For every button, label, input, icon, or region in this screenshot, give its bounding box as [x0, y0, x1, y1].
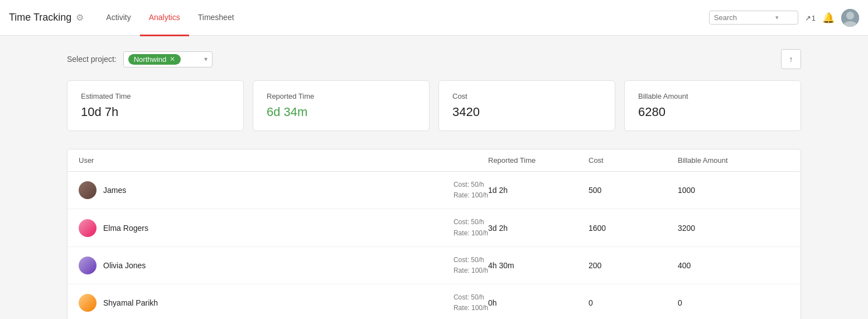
chevron-down-icon: ▾ [775, 14, 779, 21]
reported-time-value: 3d 2h [488, 224, 589, 233]
stat-reported-value: 6d 34m [267, 105, 416, 119]
col-header-cost: Cost [589, 156, 678, 165]
stat-card-estimated: Estimated Time 10d 7h [67, 80, 244, 131]
table-row: Elma Rogers Cost: 50/h Rate: 100/h 3d 2h… [67, 209, 801, 246]
gear-icon[interactable]: ⚙ [76, 12, 84, 23]
stat-estimated-value: 10d 7h [81, 105, 230, 119]
user-name: Olivia Jones [103, 261, 447, 270]
header: Time Tracking ⚙ Activity Analytics Times… [0, 0, 868, 36]
project-dropdown[interactable]: Northwind ✕ ▾ [123, 51, 213, 67]
user-name: Elma Rogers [103, 224, 447, 233]
avatar-image [841, 9, 859, 27]
stat-reported-title: Reported Time [267, 92, 416, 100]
user-avatar [79, 294, 97, 312]
billable-amount-value: 1000 [678, 186, 789, 195]
cost-value: 200 [589, 261, 678, 270]
user-cell: James Cost: 50/h Rate: 100/h [79, 180, 488, 201]
data-table: User Reported Time Cost Billable Amount … [67, 149, 801, 319]
cost-rate: Cost: 50/h [454, 292, 488, 303]
billable-amount-value: 3200 [678, 224, 789, 233]
activity-icon[interactable]: ↗1 [805, 13, 816, 23]
nav-tabs: Activity Analytics Timesheet [97, 0, 243, 35]
activity-label: ↗1 [805, 14, 816, 22]
user-name: James [103, 186, 447, 195]
user-rates: Cost: 50/h Rate: 100/h [454, 255, 488, 276]
stats-row: Estimated Time 10d 7h Reported Time 6d 3… [67, 80, 801, 131]
stat-billable-value: 6280 [638, 105, 787, 119]
export-icon: ↑ [789, 55, 793, 64]
stat-billable-title: Billable Amount [638, 92, 787, 100]
user-rates: Cost: 50/h Rate: 100/h [454, 180, 488, 201]
stat-card-reported: Reported Time 6d 34m [253, 80, 430, 131]
cost-rate: Cost: 50/h [454, 180, 488, 190]
user-rates: Cost: 50/h Rate: 100/h [454, 292, 488, 313]
stat-cost-title: Cost [452, 92, 601, 100]
billing-rate: Rate: 100/h [454, 303, 488, 313]
table-row: James Cost: 50/h Rate: 100/h 1d 2h 500 1… [67, 172, 801, 209]
tag-close-icon[interactable]: ✕ [170, 55, 175, 63]
billable-amount-value: 0 [678, 298, 789, 307]
search-box[interactable]: ▾ [709, 11, 798, 25]
tab-activity[interactable]: Activity [97, 1, 139, 36]
stat-card-cost: Cost 3420 [438, 80, 615, 131]
user-rates: Cost: 50/h Rate: 100/h [454, 217, 488, 238]
reported-time-value: 4h 30m [488, 261, 589, 270]
tab-analytics[interactable]: Analytics [140, 1, 189, 36]
user-cell: Elma Rogers Cost: 50/h Rate: 100/h [79, 217, 488, 238]
project-selector-left: Select project: Northwind ✕ ▾ [67, 51, 213, 67]
cost-value: 1600 [589, 224, 678, 233]
user-avatar [79, 219, 97, 237]
main-content: Select project: Northwind ✕ ▾ ↑ Estimate… [0, 36, 868, 319]
project-selector-row: Select project: Northwind ✕ ▾ ↑ [67, 49, 801, 69]
cost-value: 0 [589, 298, 678, 307]
header-right: ▾ ↗1 🔔 [709, 9, 859, 27]
table-row: Olivia Jones Cost: 50/h Rate: 100/h 4h 3… [67, 247, 801, 284]
project-tag: Northwind ✕ [128, 54, 181, 65]
table-body: James Cost: 50/h Rate: 100/h 1d 2h 500 1… [67, 172, 801, 319]
reported-time-value: 0h [488, 298, 589, 307]
col-header-billable: Billable Amount [678, 156, 789, 165]
table-row: Shyamal Parikh Cost: 50/h Rate: 100/h 0h… [67, 284, 801, 319]
search-input[interactable] [714, 13, 775, 22]
billable-amount-value: 400 [678, 261, 789, 270]
project-label: Select project: [67, 55, 117, 64]
user-avatar [79, 257, 97, 274]
project-tag-name: Northwind [134, 55, 167, 64]
table-header: User Reported Time Cost Billable Amount [67, 149, 801, 172]
billing-rate: Rate: 100/h [454, 228, 488, 239]
stat-cost-value: 3420 [452, 105, 601, 119]
stat-estimated-title: Estimated Time [81, 92, 230, 100]
user-cell: Olivia Jones Cost: 50/h Rate: 100/h [79, 255, 488, 276]
col-header-reported: Reported Time [488, 156, 589, 165]
app-title: Time Tracking [9, 12, 71, 23]
user-name: Shyamal Parikh [103, 298, 447, 307]
user-avatar [79, 181, 97, 199]
user-cell: Shyamal Parikh Cost: 50/h Rate: 100/h [79, 292, 488, 313]
billing-rate: Rate: 100/h [454, 265, 488, 276]
cost-rate: Cost: 50/h [454, 217, 488, 228]
cost-value: 500 [589, 186, 678, 195]
dropdown-chevron-icon: ▾ [204, 55, 208, 63]
billing-rate: Rate: 100/h [454, 190, 488, 201]
stat-card-billable: Billable Amount 6280 [624, 80, 801, 131]
tab-timesheet[interactable]: Timesheet [189, 1, 243, 36]
reported-time-value: 1d 2h [488, 186, 589, 195]
notifications-icon[interactable]: 🔔 [822, 12, 835, 24]
export-button[interactable]: ↑ [781, 49, 801, 69]
avatar[interactable] [841, 9, 859, 27]
cost-rate: Cost: 50/h [454, 255, 488, 265]
svg-point-1 [846, 12, 854, 20]
app-title-group: Time Tracking ⚙ [9, 12, 84, 23]
col-header-user: User [79, 156, 488, 165]
